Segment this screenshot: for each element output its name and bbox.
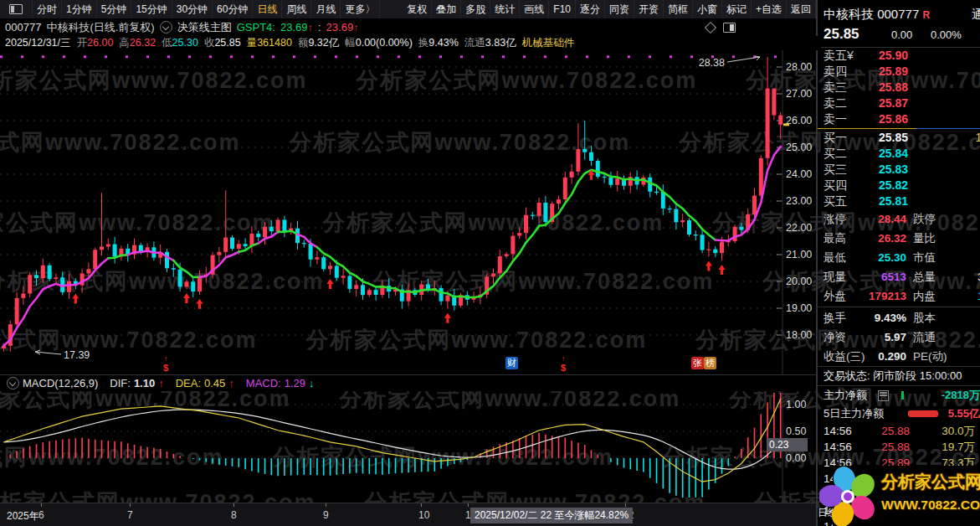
- quote-row[interactable]: 卖三25.882: [818, 80, 980, 95]
- up-arrow-icon: ↑: [307, 21, 313, 34]
- menu-item-分时[interactable]: 分时: [33, 0, 62, 18]
- dollar-signal-icon[interactable]: ↑$: [161, 357, 171, 374]
- quote-row[interactable]: 买四25.821: [818, 178, 980, 193]
- menu-item-更多〉[interactable]: 更多〉: [341, 0, 380, 18]
- menu-item-多股[interactable]: 多股: [461, 0, 490, 18]
- ohlc-item: 幅0.00(0.00%): [345, 36, 413, 50]
- svg-text:21.00: 21.00: [786, 249, 812, 260]
- macd-current-value: 0.23: [767, 438, 808, 451]
- axis-tooltip: 2025/12/02/二 22 至今涨幅24.82%: [470, 508, 633, 523]
- quote-row[interactable]: 买三25.836: [818, 162, 980, 178]
- quote-row[interactable]: 卖一25.86: [818, 111, 980, 127]
- dif-label: DIF:: [110, 377, 131, 389]
- main-net-value: -2818万: [910, 386, 980, 405]
- quote-row[interactable]: 卖五¥25.905: [818, 48, 980, 64]
- diamond-icon[interactable]: [705, 21, 716, 33]
- stat-row: 收益(三)0.290PE(动): [818, 347, 980, 366]
- indicator-name: 决策线主图: [177, 20, 232, 35]
- logo-url: WWW.70822.COM: [881, 498, 980, 513]
- panel-toggle-icon[interactable]: [723, 23, 736, 33]
- svg-text:25.00: 25.00: [786, 142, 812, 153]
- ohlc-item: 机械基础件: [522, 36, 575, 50]
- gspt-label: GSPT4:: [237, 21, 275, 34]
- buy-signal-arrow-icon: [705, 260, 712, 271]
- finance-badge[interactable]: 财: [505, 357, 518, 369]
- panel-stock-code: 000777: [877, 7, 919, 21]
- menu-item-1分钟[interactable]: 1分钟: [62, 0, 97, 18]
- svg-text:18.00: 18.00: [786, 329, 812, 341]
- ohlc-item: 额9.32亿: [298, 36, 339, 50]
- buy-signal-arrow-icon: [197, 299, 203, 309]
- menu-item-复权[interactable]: 复权: [403, 0, 432, 18]
- up-arrow-icon: ↑: [158, 377, 164, 389]
- menu-item-画线[interactable]: 画线: [520, 0, 549, 18]
- main-chart[interactable]: 28.0027.0026.0025.0024.0023.0022.0021.00…: [0, 50, 816, 374]
- macd-value: 1.29: [285, 377, 305, 389]
- time-axis: 2025年6789101112 2025/12/02/二 22 至今涨幅24.8…: [0, 503, 816, 526]
- menu-item-60分钟[interactable]: 60分钟: [213, 0, 253, 18]
- ohlc-item: 收25.85: [204, 36, 241, 50]
- gspt-sep: :: [318, 21, 321, 34]
- dea-label: DEA:: [176, 377, 201, 389]
- main-net-label: 主力净额: [824, 386, 867, 405]
- window-icon[interactable]: [0, 0, 33, 18]
- stock-name: 中核科技(日线.前复权): [46, 20, 154, 35]
- menu-item-简框[interactable]: 简框: [664, 0, 693, 18]
- menu-item-15分钟[interactable]: 15分钟: [131, 0, 172, 18]
- macd-pane[interactable]: 1.000.500.00 0.23: [0, 390, 816, 503]
- svg-text:22.00: 22.00: [786, 222, 812, 234]
- dea-value: 0.45: [204, 377, 225, 389]
- gspt-value2: 23.69: [326, 21, 354, 34]
- macd-label: MACD:: [246, 377, 281, 389]
- clipped-text: 通: [972, 8, 980, 23]
- ohlc-item: 2025/12/31/三: [5, 36, 71, 50]
- trade-status: 交易状态: 闭市阶段 15:00:00: [818, 366, 980, 386]
- menu-item-周线[interactable]: 周线: [282, 0, 311, 18]
- ohlc-item: 开26.00: [77, 36, 114, 50]
- menu-item-30分钟[interactable]: 30分钟: [172, 0, 213, 18]
- buy-signal-arrow-icon: [183, 293, 190, 303]
- stat-row: 外盘179213内盘18: [818, 286, 980, 306]
- dollar-signal-icon[interactable]: ↑$: [558, 357, 568, 374]
- quote-row[interactable]: 卖二25.875: [818, 95, 980, 111]
- menu-item-F10[interactable]: F10: [549, 0, 576, 18]
- up-arrow-icon: ↑: [228, 377, 234, 389]
- menu-item-月线[interactable]: 月线: [311, 0, 341, 18]
- menu-item-返回[interactable]: 返回: [787, 0, 816, 18]
- menu-item-日线[interactable]: 日线: [253, 0, 282, 18]
- candlestick-canvas[interactable]: 28.0027.0026.0025.0024.0023.0022.0021.00…: [0, 50, 816, 374]
- menu-item-+自选[interactable]: +自选: [752, 0, 787, 18]
- menu-item-标记[interactable]: 标记: [722, 0, 752, 18]
- quote-row[interactable]: 买五25.812: [818, 193, 980, 209]
- margin-flag: R: [922, 9, 930, 21]
- stat-row: 换手9.43%股本: [818, 308, 980, 327]
- net5-label: 5日主力净额: [824, 405, 884, 423]
- up-arrow-icon: ↑: [353, 21, 359, 34]
- chevron-circle-icon[interactable]: [160, 21, 172, 34]
- chevron-circle-icon[interactable]: [7, 377, 19, 389]
- menu-item-开资[interactable]: 开资: [634, 0, 664, 18]
- stat-row: 净资5.97流通: [818, 327, 980, 347]
- axis-month-label: 7: [127, 509, 133, 521]
- tick-row: 14:5625.8830.0万: [818, 423, 980, 439]
- axis-month-label: 6: [38, 509, 44, 521]
- ranking-badge[interactable]: 张榜: [691, 357, 716, 369]
- svg-text:23.00: 23.00: [786, 195, 812, 207]
- menu-item-叠加[interactable]: 叠加: [432, 0, 461, 18]
- menu-item-统计[interactable]: 统计: [490, 0, 520, 18]
- axis-month-label: 10: [418, 509, 429, 521]
- quote-row[interactable]: 卖四25.891: [818, 64, 980, 80]
- site-logo: 分析家公式网 WWW.70822.COM: [833, 466, 980, 526]
- menu-item-逐分[interactable]: 逐分: [576, 0, 605, 18]
- info-bar: 000777 中核科技(日线.前复权) 决策线主图 GSPT4: 23.69 ↑…: [0, 18, 816, 36]
- svg-text:28.00: 28.00: [786, 61, 812, 73]
- buy-signal-arrow-icon: [444, 313, 451, 323]
- ohlc-item: 换9.43%: [418, 36, 459, 50]
- period-menu: 分时1分钟5分钟15分钟30分钟60分钟日线周线月线更多〉: [33, 0, 380, 18]
- quote-row[interactable]: 买二25.841: [818, 146, 980, 162]
- menu-item-5分钟[interactable]: 5分钟: [97, 0, 132, 18]
- quote-row[interactable]: 买一25.8519: [818, 130, 980, 146]
- menu-item-同资[interactable]: 同资: [605, 0, 634, 18]
- menu-item-小窗[interactable]: 小窗: [693, 0, 722, 18]
- net5-row: 5日主力净额 5.55亿: [818, 405, 980, 423]
